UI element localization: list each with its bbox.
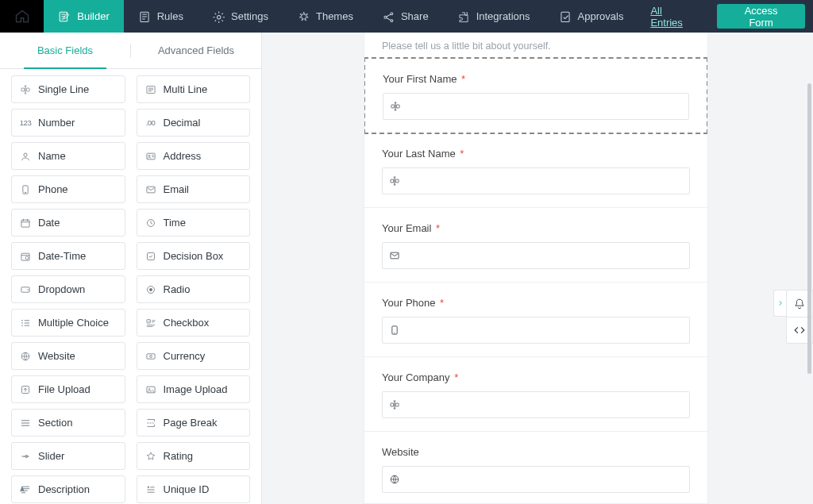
share-icon: [382, 10, 395, 23]
field-tile-page-break[interactable]: Page Break: [137, 409, 251, 437]
field-tile-description[interactable]: Description: [11, 475, 125, 503]
field-tile-label: Single Line: [38, 83, 89, 95]
input-company[interactable]: [382, 391, 690, 418]
field-tile-file-upload[interactable]: File Upload: [11, 375, 125, 403]
field-tile-label: Website: [38, 350, 75, 362]
tab-advanced-fields[interactable]: Advanced Fields: [131, 33, 261, 68]
field-tile-date[interactable]: Date: [11, 209, 125, 237]
home-icon: [14, 9, 30, 25]
field-tile-image-upload[interactable]: Image Upload: [137, 375, 251, 403]
nav-rules[interactable]: Rules: [124, 0, 198, 33]
nav-home[interactable]: [0, 0, 44, 33]
globe-icon: [389, 474, 400, 485]
field-tile-label: Unique ID: [164, 483, 210, 495]
form-card: Please tell us a little bit about yourse…: [364, 33, 708, 504]
calendar2-icon: [20, 251, 31, 262]
field-tile-multi-choice[interactable]: Multiple Choice: [11, 309, 125, 337]
tab-basic-fields[interactable]: Basic Fields: [0, 33, 130, 68]
field-tile-name[interactable]: Name: [11, 142, 125, 170]
field-tile-checkbox[interactable]: Checkbox: [137, 309, 251, 337]
field-tile-email[interactable]: Email: [137, 175, 251, 203]
rail-toggle[interactable]: [773, 290, 786, 317]
globe-icon: [20, 351, 31, 362]
input-phone[interactable]: [382, 317, 690, 344]
form-field-company[interactable]: Your Company *: [364, 357, 707, 432]
nav-themes[interactable]: Themes: [283, 0, 368, 33]
field-label: Your Last Name *: [382, 148, 690, 160]
nav-settings[interactable]: Settings: [198, 0, 283, 33]
scrollbar[interactable]: [807, 83, 811, 374]
upload-icon: [20, 384, 31, 395]
nav-approvals[interactable]: Approvals: [545, 0, 638, 33]
nav-label: Share: [401, 10, 429, 22]
field-tile-radio[interactable]: Radio: [137, 275, 251, 303]
form-field-first-name[interactable]: Your First Name *: [364, 57, 708, 134]
input-last-name[interactable]: [382, 167, 690, 194]
approve-icon: [559, 10, 572, 23]
field-tile-label: Number: [38, 117, 75, 129]
field-tile-decimal[interactable]: .00Decimal: [137, 109, 251, 137]
gear-icon: [212, 10, 225, 23]
pagebreak-icon: [145, 417, 156, 429]
field-tile-label: Dropdown: [38, 283, 85, 295]
field-tile-label: Currency: [164, 350, 206, 362]
section-icon: [20, 417, 31, 429]
chevron-right-icon: [776, 299, 784, 307]
uid-icon: [145, 484, 156, 495]
field-tile-label: Checkbox: [164, 317, 210, 329]
access-form-button[interactable]: Access Form: [717, 4, 805, 29]
field-tile-label: Phone: [38, 183, 68, 195]
field-tile-time[interactable]: Time: [137, 209, 251, 237]
field-tile-date-time[interactable]: Date-Time: [11, 242, 125, 270]
radio-icon: [145, 284, 156, 295]
top-nav: BuilderRulesSettingsThemesShareIntegrati…: [0, 0, 813, 33]
field-tile-website[interactable]: Website: [11, 342, 125, 370]
checkbox2-icon: [145, 317, 156, 329]
field-tile-rating[interactable]: Rating: [137, 442, 251, 470]
bell-icon: [793, 298, 806, 310]
nav-integrations[interactable]: Integrations: [443, 0, 545, 33]
desc-icon: [20, 484, 31, 495]
input-email[interactable]: [382, 242, 690, 269]
calendar-icon: [20, 217, 31, 229]
field-tile-currency[interactable]: Currency: [137, 342, 251, 370]
mail-icon: [389, 250, 400, 261]
form-field-email[interactable]: Your Email *: [364, 208, 707, 283]
field-tile-label: Decision Box: [164, 250, 224, 262]
puzzle-icon: [457, 10, 470, 23]
input-first-name[interactable]: [383, 93, 689, 120]
field-tile-section[interactable]: Section: [11, 409, 125, 437]
required-asterisk: *: [436, 222, 440, 234]
field-tile-dropdown[interactable]: Dropdown: [11, 275, 125, 303]
star-icon: [145, 451, 156, 462]
clock-icon: [145, 217, 156, 229]
form-field-website[interactable]: Website: [364, 432, 707, 504]
all-entries-link[interactable]: All Entries: [638, 0, 709, 33]
field-tile-unique-id[interactable]: Unique ID: [137, 475, 251, 503]
nav-share[interactable]: Share: [368, 0, 443, 33]
field-tile-number[interactable]: 123Number: [11, 109, 125, 137]
field-tile-label: Date-Time: [38, 250, 86, 262]
field-tile-phone[interactable]: Phone: [11, 175, 125, 203]
currency-icon: [145, 351, 156, 362]
choices-icon: [20, 317, 31, 329]
input-website[interactable]: [382, 466, 690, 493]
field-tile-label: Date: [38, 217, 60, 229]
field-tile-label: Image Upload: [164, 383, 228, 395]
field-tile-multi-line[interactable]: Multi Line: [137, 75, 251, 103]
field-tile-decision[interactable]: Decision Box: [137, 242, 251, 270]
form-field-phone[interactable]: Your Phone *: [364, 283, 707, 357]
form-field-last-name[interactable]: Your Last Name *: [364, 133, 707, 208]
mail-icon: [145, 184, 156, 195]
field-tile-slider[interactable]: Slider: [11, 442, 125, 470]
field-tile-address[interactable]: Address: [137, 142, 251, 170]
text-cursor-icon: [389, 175, 400, 187]
nav-builder[interactable]: Builder: [44, 0, 123, 33]
field-tile-single-line[interactable]: Single Line: [11, 75, 125, 103]
nav-label: Approvals: [578, 10, 624, 22]
dropdown-icon: [20, 284, 31, 295]
field-tile-label: Multiple Choice: [38, 317, 109, 329]
field-label: Your Company *: [382, 371, 690, 383]
nav-label: Rules: [157, 10, 183, 22]
field-tile-label: Address: [164, 150, 202, 162]
